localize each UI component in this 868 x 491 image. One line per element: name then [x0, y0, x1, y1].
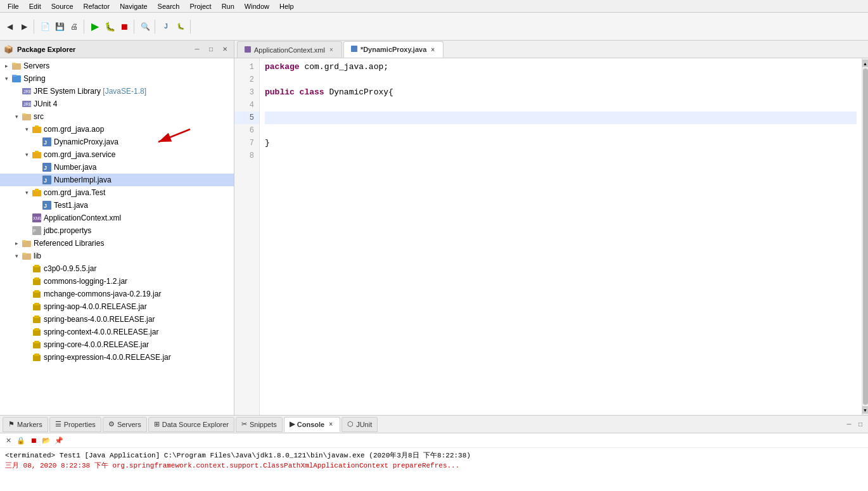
tree-item-jar7[interactable]: spring-core-4.0.0.RELEASE.jar: [0, 338, 234, 351]
scrollbar-thumb[interactable]: [863, 68, 868, 405]
tree-item-jar2[interactable]: commons-logging-1.2.jar: [0, 275, 234, 288]
toolbar-run-btn[interactable]: ▶: [88, 20, 102, 34]
bottom-tab-tab-console[interactable]: ▶Console×: [284, 417, 340, 432]
code-line-8: [265, 150, 857, 162]
scrollbar-up-btn[interactable]: ▲: [862, 60, 869, 67]
tree-arrow-pkg-test[interactable]: [22, 188, 32, 198]
toolbar-forward-btn[interactable]: ▶: [17, 20, 31, 34]
tree-icon-jre: JRE: [22, 86, 32, 96]
tree-item-spring[interactable]: Spring: [0, 72, 234, 85]
line-number-1: 1: [234, 61, 259, 73]
tree-arrow-spring[interactable]: [1, 73, 11, 84]
editor-scrollbar[interactable]: ▲ ▼: [862, 58, 868, 415]
menu-window[interactable]: Window: [239, 1, 274, 11]
editor-tab-tab-appcontext[interactable]: ApplicationContext.xml×: [237, 41, 342, 58]
toolbar-save-btn[interactable]: 💾: [53, 20, 67, 34]
tree-item-pkg-aop[interactable]: com.grd_java.aop: [0, 123, 234, 136]
tree-item-servers[interactable]: Servers: [0, 60, 234, 72]
tree-arrow-pkg-aop[interactable]: [22, 124, 32, 134]
bottom-tab-tab-datasource[interactable]: ⊞Data Source Explorer: [148, 417, 234, 432]
tree-item-jar1[interactable]: c3p0-0.9.5.5.jar: [0, 262, 234, 275]
tree-item-junit[interactable]: JREJUnit 4: [0, 98, 234, 110]
tab-close-tab-dynproxy[interactable]: ×: [429, 46, 437, 53]
tab-close-tab-appcontext[interactable]: ×: [328, 46, 335, 54]
toolbar-debug-persp-btn[interactable]: 🐛: [174, 20, 188, 34]
menu-edit[interactable]: Edit: [24, 1, 46, 11]
toolbar-print-btn[interactable]: 🖨: [67, 20, 81, 34]
tree-item-test1[interactable]: JTest1.java: [0, 199, 234, 212]
panel-minimize-btn[interactable]: ─: [192, 44, 202, 54]
tree-arrow-reflibs[interactable]: [11, 238, 22, 248]
toolbar-search-btn[interactable]: 🔍: [138, 20, 152, 34]
bottom-tab-tab-properties[interactable]: ☰Properties: [49, 417, 101, 432]
tree-icon-dynamicproxy: J: [42, 137, 52, 147]
menu-refactor[interactable]: Refactor: [79, 1, 115, 11]
toolbar-back-btn[interactable]: ◀: [3, 20, 16, 34]
console-clear-btn[interactable]: ✕: [3, 435, 14, 446]
tree-item-jar8[interactable]: spring-expression-4.0.0.RELEASE.jar: [0, 351, 234, 364]
tree-item-src[interactable]: src: [0, 110, 234, 123]
toolbar-file-group: 📄 💾 🖨: [38, 20, 84, 34]
menu-search[interactable]: Search: [153, 1, 185, 11]
tree-item-reflibs[interactable]: Referenced Libraries: [0, 237, 234, 250]
console-scroll-lock-btn[interactable]: 🔒: [15, 435, 27, 446]
panel-maximize-btn[interactable]: □: [206, 44, 216, 54]
bottom-panel: ⚑Markers☰Properties⚙Servers⊞Data Source …: [0, 415, 868, 491]
code-line-4: [265, 99, 857, 112]
editor-tab-tab-dynproxy[interactable]: *DynamicProxy.java×: [343, 41, 444, 58]
toolbar-java-btn[interactable]: J: [159, 20, 173, 34]
tree-container[interactable]: ServersSpringJREJRE System Library [Java…: [0, 58, 234, 415]
bottom-tab-tab-servers[interactable]: ⚙Servers: [103, 417, 147, 432]
bottom-tab-tab-junit[interactable]: ⬡JUnit: [341, 417, 378, 432]
tree-arrow-src[interactable]: [11, 112, 22, 122]
tree-item-appcontext[interactable]: XMLApplicationContext.xml: [0, 212, 234, 224]
console-open-file-btn[interactable]: 📂: [41, 435, 52, 446]
toolbar-stop-btn[interactable]: ⏹: [117, 20, 131, 34]
package-explorer-header: 📦 Package Explorer ─ □ ✕: [0, 41, 234, 58]
menu-file[interactable]: File: [3, 1, 24, 11]
tree-icon-jar7: [32, 340, 42, 350]
tree-item-pkg-service[interactable]: com.grd_java.service: [0, 148, 234, 161]
console-pin-btn[interactable]: 📌: [53, 435, 65, 446]
tree-item-lib[interactable]: lib: [0, 250, 234, 262]
bottom-panel-minimize-btn[interactable]: ─: [844, 419, 854, 430]
tree-item-pkg-test[interactable]: com.grd_java.Test: [0, 186, 234, 199]
tree-arrow-servers[interactable]: [1, 61, 11, 71]
toolbar-debug-btn[interactable]: 🐛: [103, 20, 117, 34]
bottom-panel-maximize-btn[interactable]: □: [855, 419, 865, 430]
tree-item-jre[interactable]: JREJRE System Library [JavaSE-1.8]: [0, 85, 234, 98]
tree-item-jar3[interactable]: mchange-commons-java-0.2.19.jar: [0, 288, 234, 300]
tree-item-number[interactable]: JNumber.java: [0, 161, 234, 174]
tab-icon-tab-appcontext: [244, 46, 252, 54]
package-explorer-icon: 📦: [4, 45, 13, 54]
tree-arrow-lib[interactable]: [11, 251, 22, 261]
svg-text:J: J: [44, 177, 47, 184]
tree-label-src: src: [34, 112, 44, 121]
menu-navigate[interactable]: Navigate: [115, 1, 152, 11]
bottom-tab-tab-snippets[interactable]: ✂Snippets: [236, 417, 283, 432]
code-area[interactable]: package com.grd_java.aop; public class D…: [260, 58, 862, 415]
bottom-tab-close-tab-console[interactable]: ×: [327, 421, 335, 428]
tree-item-jdbc[interactable]: Pjdbc.propertys: [0, 224, 234, 237]
scrollbar-down-btn[interactable]: ▼: [862, 406, 869, 414]
menu-run[interactable]: Run: [217, 1, 239, 11]
tree-item-jar5[interactable]: spring-beans-4.0.0.RELEASE.jar: [0, 313, 234, 326]
toolbar-new-btn[interactable]: 📄: [38, 20, 52, 34]
tree-item-jar6[interactable]: spring-context-4.0.0.RELEASE.jar: [0, 326, 234, 338]
menu-project[interactable]: Project: [184, 1, 216, 11]
svg-rect-51: [351, 46, 357, 52]
line-number-6: 6: [234, 124, 259, 137]
menu-help[interactable]: Help: [274, 1, 299, 11]
tree-item-jar4[interactable]: spring-aop-4.0.0.RELEASE.jar: [0, 300, 234, 313]
tree-icon-jdbc: P: [32, 226, 42, 236]
svg-rect-39: [34, 303, 39, 305]
menu-source[interactable]: Source: [46, 1, 79, 11]
tree-item-dynamicproxy[interactable]: JDynamicProxy.java: [0, 136, 234, 148]
left-panel: 📦 Package Explorer ─ □ ✕ ServersSpringJR…: [0, 41, 234, 415]
panel-close-btn[interactable]: ✕: [220, 44, 230, 54]
console-terminate-btn[interactable]: ⏹: [28, 435, 39, 446]
bottom-tab-tab-markers[interactable]: ⚑Markers: [3, 417, 48, 432]
editor-content[interactable]: 12345678 package com.grd_java.aop; publi…: [234, 58, 868, 415]
tree-item-numberimpl[interactable]: JNumberImpl.java: [0, 174, 234, 186]
tree-arrow-pkg-service[interactable]: [22, 150, 32, 160]
